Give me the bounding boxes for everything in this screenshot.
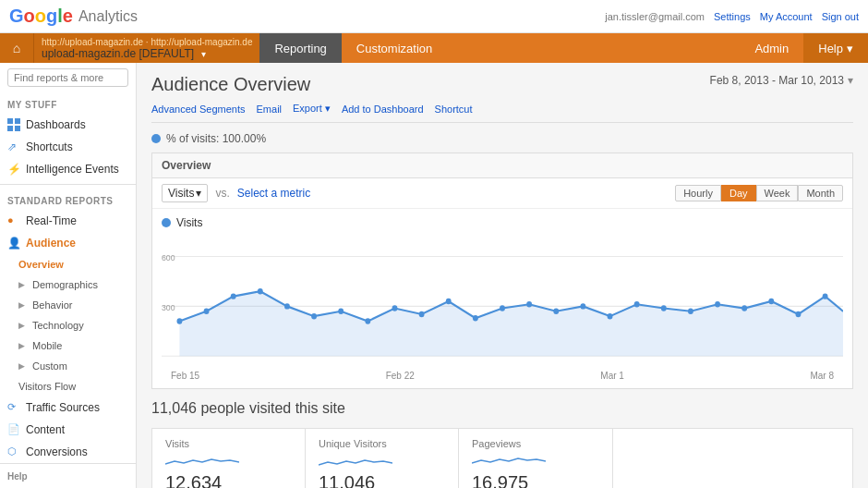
sidebar-item-behavior[interactable]: ▶ Behavior	[0, 295, 136, 315]
svg-point-13	[392, 305, 398, 311]
visits-metric-dropdown[interactable]: Visits ▾	[162, 184, 208, 202]
add-to-dashboard-link[interactable]: Add to Dashboard	[342, 103, 424, 115]
top-bar: Google Analytics jan.tissler@gmail.com S…	[0, 0, 868, 33]
svg-point-21	[608, 313, 613, 319]
sidebar-item-intelligence[interactable]: ⚡ Intelligence Events	[0, 158, 136, 180]
expand-arrow: ▶	[18, 321, 25, 330]
stat-pageviews: Pageviews 16,975	[459, 429, 612, 488]
analytics-label: Analytics	[78, 8, 138, 25]
stats-top-row: Visits 12,634 Unique Visitors 11,046	[151, 428, 613, 488]
home-button[interactable]: ⌂	[0, 33, 33, 63]
site-selector[interactable]: http://upload-magazin.de · http://upload…	[33, 33, 259, 63]
sidebar-item-custom[interactable]: ▶ Custom	[0, 356, 136, 376]
chart-legend-dot	[162, 218, 171, 227]
svg-point-11	[338, 309, 344, 314]
svg-point-14	[419, 311, 425, 317]
sidebar-item-dashboards[interactable]: Dashboards	[0, 114, 136, 136]
stat-visits-label: Visits	[165, 438, 292, 449]
advanced-segments-link[interactable]: Advanced Segments	[151, 103, 246, 115]
svg-point-29	[823, 293, 828, 299]
main-layout: MY STUFF Dashboards ⇗ Shortcuts ⚡ Intell…	[0, 63, 868, 488]
dropdown-arrow: ▾	[196, 187, 201, 200]
sidebar-item-shortcuts[interactable]: ⇗ Shortcuts	[0, 136, 136, 158]
sparkline-visits	[165, 453, 239, 470]
nav-right: Admin Help ▾	[740, 33, 868, 63]
chart-x-labels: Feb 15 Feb 22 Mar 1 Mar 8	[162, 371, 843, 381]
time-btn-week[interactable]: Week	[756, 185, 799, 201]
logo: Google Analytics	[9, 6, 138, 27]
time-buttons: Hourly Day Week Month	[675, 185, 843, 201]
page-title: Audience Overview	[151, 74, 310, 95]
expand-arrow: ▶	[18, 341, 25, 350]
email-link[interactable]: Email	[257, 103, 283, 115]
shortcut-link[interactable]: Shortcut	[435, 103, 473, 115]
vs-text: vs.	[215, 187, 229, 200]
stat-pv-value: 16,975	[472, 472, 599, 488]
my-stuff-label: MY STUFF	[0, 92, 136, 114]
help-button[interactable]: Help ▾	[803, 33, 868, 63]
shortcuts-icon: ⇗	[7, 140, 20, 153]
sidebar-item-overview[interactable]: Overview	[0, 254, 136, 274]
sidebar-item-demographics[interactable]: ▶ Demographics	[0, 274, 136, 295]
select-metric-link[interactable]: Select a metric	[237, 187, 310, 200]
google-wordmark: Google	[9, 6, 73, 27]
dashboards-icon	[7, 118, 20, 131]
chart-area: Visits 600 300	[152, 209, 852, 388]
admin-link[interactable]: Admin	[740, 33, 803, 63]
visits-chart: 600 300	[162, 237, 843, 366]
time-btn-day[interactable]: Day	[721, 185, 756, 201]
expand-arrow: ▶	[18, 361, 25, 371]
segment-info: % of visits: 100.00%	[151, 132, 853, 145]
chart-legend: Visits	[162, 216, 843, 229]
date-range-selector[interactable]: Feb 8, 2013 - Mar 10, 2013 ▾	[710, 74, 853, 87]
svg-point-17	[500, 305, 505, 311]
svg-point-24	[688, 309, 693, 314]
my-account-link[interactable]: My Account	[760, 11, 813, 22]
time-btn-month[interactable]: Month	[798, 185, 843, 201]
time-btn-hourly[interactable]: Hourly	[675, 185, 721, 201]
sign-out-link[interactable]: Sign out	[822, 11, 859, 22]
sidebar-item-technology[interactable]: ▶ Technology	[0, 315, 136, 336]
svg-point-15	[446, 299, 452, 304]
svg-point-19	[553, 309, 559, 314]
sparkline-uv	[319, 453, 392, 470]
search-input[interactable]	[7, 68, 128, 87]
stat-visits-value: 12,634	[165, 472, 292, 488]
date-range-text: Feb 8, 2013 - Mar 10, 2013	[710, 74, 844, 87]
export-link[interactable]: Export ▾	[293, 103, 331, 115]
svg-point-18	[526, 301, 532, 307]
nav-tab-customization[interactable]: Customization	[342, 33, 447, 63]
stat-uv-label: Unique Visitors	[319, 438, 445, 449]
standard-reports-label: STANDARD REPORTS	[0, 189, 136, 210]
svg-point-10	[311, 313, 317, 319]
sidebar-item-conversions[interactable]: ⬡ Conversions	[0, 441, 136, 463]
nav-tab-reporting[interactable]: Reporting	[259, 33, 341, 63]
sidebar-item-visitors-flow[interactable]: Visitors Flow	[0, 376, 136, 396]
segment-label: % of visits: 100.00%	[166, 132, 266, 145]
help-icon: ▾	[847, 42, 853, 55]
sidebar-item-mobile[interactable]: ▶ Mobile	[0, 336, 136, 356]
overview-header: Overview	[152, 153, 852, 178]
page-header: Audience Overview Feb 8, 2013 - Mar 10, …	[151, 74, 853, 95]
sidebar-item-traffic-sources[interactable]: ⟳ Traffic Sources	[0, 396, 136, 419]
settings-link[interactable]: Settings	[714, 11, 751, 22]
stat-uv-value: 11,046	[319, 472, 445, 488]
conversions-icon: ⬡	[7, 445, 20, 458]
metric-selector: Visits ▾ vs. Select a metric	[162, 184, 310, 202]
help-label: Help	[0, 468, 136, 485]
sidebar-item-audience[interactable]: 👤 Audience	[0, 232, 136, 254]
sidebar-item-realtime[interactable]: ● Real-Time	[0, 210, 136, 232]
traffic-icon: ⟳	[7, 401, 20, 414]
expand-arrow: ▶	[18, 300, 25, 310]
nav-bar: ⌂ http://upload-magazin.de · http://uplo…	[0, 33, 868, 63]
pie-section: 84.91% New Visitor 10,728 Visits 15.09% …	[613, 428, 853, 488]
sidebar-help: Help The Visitors Overview Report Compar…	[0, 463, 136, 488]
stat-visits: Visits 12,634	[152, 429, 306, 488]
svg-point-23	[661, 305, 667, 311]
sidebar-search-container	[0, 63, 136, 92]
sidebar-item-content[interactable]: 📄 Content	[0, 419, 136, 441]
svg-point-20	[580, 303, 585, 309]
sidebar: MY STUFF Dashboards ⇗ Shortcuts ⚡ Intell…	[0, 63, 137, 488]
x-label-0: Feb 15	[171, 371, 199, 381]
realtime-icon: ●	[7, 214, 20, 227]
